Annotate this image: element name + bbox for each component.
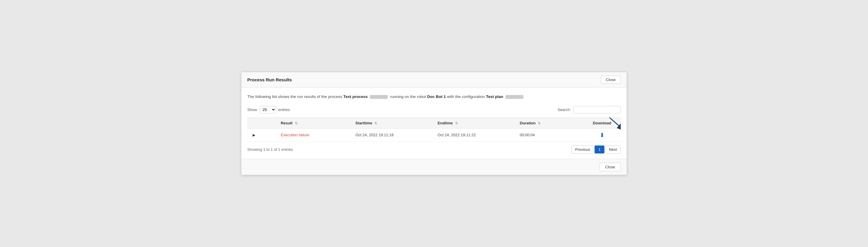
close-button-top[interactable]: Close [601,76,621,84]
row-result-cell: Execution failure [277,128,352,142]
result-value: Execution failure [281,133,309,137]
table-row: ▶ Execution failure Oct 24, 2022 19:11:1… [247,128,621,142]
row-endtime-cell: Oct 24, 2022 19:11:22 [434,128,516,142]
process-id-blurred [370,95,388,99]
th-checkbox [247,118,277,128]
row-expand-cell: ▶ [247,128,277,142]
description-text: The following list shows the run results… [247,94,621,100]
next-button[interactable]: Next [605,146,621,153]
pagination-buttons: Previous 1 Next [571,146,621,153]
sort-icon-result: ⇅ [295,121,298,125]
desc-prefix: The following list shows the run results… [247,94,342,99]
modal-header: Process Run Results Close [241,72,627,88]
previous-button[interactable]: Previous [571,146,594,153]
search-label: Search: [557,107,571,112]
process-name: Test process [343,94,368,99]
desc-end: with the configuration [447,94,485,99]
controls-row: Show 25 10 50 100 entries Search: [247,106,621,114]
row-starttime-cell: Oct 24, 2022 19:11:18 [352,128,434,142]
th-download: Download [583,118,621,128]
sort-icon-duration: ⇅ [538,121,540,125]
search-input[interactable] [573,106,621,114]
modal-body: The following list shows the run results… [241,88,627,159]
process-run-results-modal: Process Run Results Close The following … [241,72,627,175]
pagination-row: Showing 1 to 1 of 1 entries Previous 1 N… [247,142,621,156]
show-entries-control: Show 25 10 50 100 entries [247,106,290,114]
desc-middle: running on the robot [390,94,426,99]
modal-footer: Close [241,159,627,175]
close-button-bottom[interactable]: Close [600,163,621,171]
search-control: Search: [557,106,621,114]
config-id-blurred [505,95,523,99]
row-download-cell: ⬇ [583,128,621,142]
expand-button[interactable]: ▶ [251,132,257,138]
results-table-container: Result ⇅ Starttime ⇅ Endtime ⇅ Duratio [247,118,621,142]
sort-icon-endtime: ⇅ [455,121,458,125]
download-arrow-wrapper: ⬇ [600,131,605,138]
sort-icon-starttime: ⇅ [374,121,377,125]
results-table: Result ⇅ Starttime ⇅ Endtime ⇅ Duratio [247,118,621,142]
th-starttime[interactable]: Starttime ⇅ [352,118,434,128]
th-duration[interactable]: Duration ⇅ [516,118,583,128]
th-endtime[interactable]: Endtime ⇅ [434,118,516,128]
page-1-button[interactable]: 1 [595,146,604,153]
table-header-row: Result ⇅ Starttime ⇅ Endtime ⇅ Duratio [247,118,621,128]
download-icon[interactable]: ⬇ [600,131,605,138]
showing-text: Showing 1 to 1 of 1 entries [247,147,293,152]
modal-title: Process Run Results [247,77,292,82]
entries-select[interactable]: 25 10 50 100 [259,106,276,114]
entries-label: entries [278,107,290,112]
config-name: Test plan [486,94,503,99]
th-result[interactable]: Result ⇅ [277,118,352,128]
robot-name: Doc Bot 1 [427,94,446,99]
show-label: Show [247,107,257,112]
row-duration-cell: 00:00:04 [516,128,583,142]
